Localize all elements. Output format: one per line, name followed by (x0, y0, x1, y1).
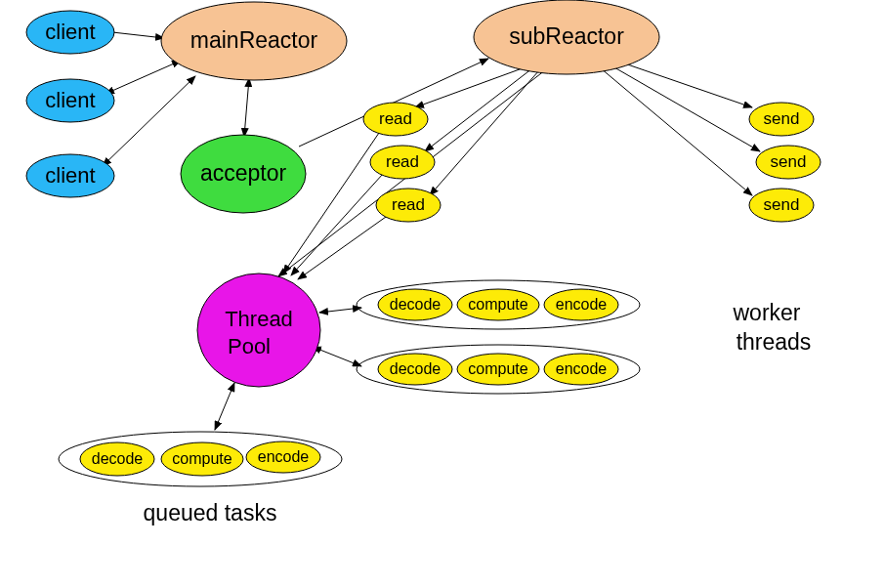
client-label: client (45, 163, 95, 188)
read-label: read (392, 195, 425, 214)
queued-tasks-label: queued tasks (144, 500, 277, 525)
svg-line-16 (298, 217, 386, 279)
send-label: send (764, 109, 800, 128)
main-reactor-label: mainReactor (190, 27, 318, 53)
send-node-3: send (749, 189, 814, 222)
worker-group-2: decode compute encode (357, 345, 640, 394)
read-node-2: read (370, 146, 435, 179)
decode-node-3: decode (80, 442, 154, 476)
acceptor-node: acceptor (181, 135, 306, 213)
worker-threads-label-2: threads (737, 329, 812, 355)
svg-text:decode: decode (390, 360, 442, 377)
encode-node-3: encode (246, 441, 320, 473)
queued-tasks-group: decode compute encode (59, 432, 342, 486)
client-label: client (45, 20, 95, 44)
svg-text:encode: encode (556, 296, 608, 313)
thread-pool-label-2: Pool (228, 334, 271, 358)
read-label: read (386, 152, 419, 171)
sub-reactor-label: subReactor (509, 23, 624, 49)
svg-line-10 (610, 59, 752, 107)
send-label: send (764, 195, 800, 214)
reactor-diagram: client client client mainReactor subReac… (0, 0, 884, 588)
client-node-2: client (26, 79, 114, 122)
send-label: send (771, 152, 807, 171)
client-node-1: client (26, 11, 114, 54)
svg-line-17 (319, 308, 361, 313)
svg-line-4 (103, 76, 195, 166)
client-label: client (45, 88, 95, 112)
compute-node-2: compute (457, 354, 539, 385)
client-node-3: client (26, 154, 114, 197)
svg-text:decode: decode (92, 450, 144, 467)
svg-line-18 (313, 347, 361, 366)
encode-node-2: encode (544, 354, 618, 385)
svg-line-7 (415, 66, 527, 107)
send-node-2: send (756, 146, 821, 179)
read-node-3: read (376, 189, 441, 222)
svg-line-5 (244, 78, 249, 137)
svg-line-9 (430, 70, 539, 195)
thread-pool-node: Thread Pool (197, 273, 320, 387)
thread-pool-label-1: Thread (225, 307, 293, 331)
sub-reactor-node: subReactor (474, 0, 659, 74)
main-reactor-node: mainReactor (161, 2, 347, 80)
svg-text:encode: encode (258, 448, 310, 465)
svg-line-15 (291, 174, 383, 275)
decode-node-2: decode (378, 354, 452, 385)
encode-node-1: encode (544, 289, 618, 320)
svg-text:compute: compute (468, 360, 527, 377)
send-node-1: send (749, 103, 814, 136)
svg-text:compute: compute (468, 296, 527, 313)
worker-group-1: decode compute encode (357, 280, 640, 329)
svg-line-2 (112, 32, 164, 38)
svg-text:decode: decode (390, 296, 442, 313)
compute-node-3: compute (161, 442, 243, 476)
decode-node-1: decode (378, 289, 452, 320)
read-node-1: read (363, 103, 428, 136)
svg-line-12 (601, 68, 752, 195)
compute-node-1: compute (457, 289, 539, 320)
read-label: read (379, 109, 412, 128)
svg-line-19 (215, 383, 234, 430)
svg-text:compute: compute (172, 450, 232, 467)
worker-threads-label-1: worker (732, 300, 800, 325)
svg-line-3 (105, 61, 181, 94)
acceptor-label: acceptor (200, 160, 287, 186)
svg-text:encode: encode (556, 360, 608, 377)
